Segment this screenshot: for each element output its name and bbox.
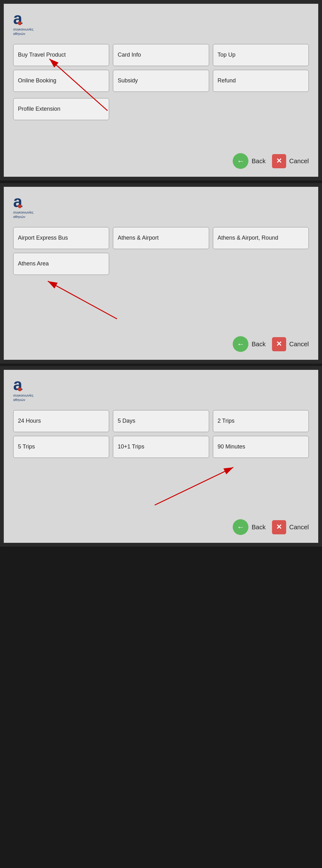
cancel-x-icon-2: ✕ (276, 340, 282, 348)
logo-text-2: συγκοινωνίες αθηνών (13, 210, 33, 219)
90min-button[interactable]: 90 Minutes (213, 436, 309, 458)
back-label-2: Back (252, 341, 265, 348)
back-label-3: Back (252, 524, 265, 531)
cancel-label-3: Cancel (289, 524, 309, 531)
bottom-nav-3: ← Back ✕ Cancel (13, 519, 309, 535)
buy-travel-button[interactable]: Buy Travel Product (13, 44, 109, 66)
logo-letter-3: a (13, 376, 22, 393)
cancel-button[interactable]: ✕ Cancel (272, 154, 309, 168)
back-button-3[interactable]: ← Back (233, 519, 265, 535)
screen-3-inner: a συγκοινωνίες αθηνών 24 Hours 5 Days 2 … (4, 370, 318, 543)
athens-area-button[interactable]: Athens Area (13, 253, 109, 275)
svg-line-5 (155, 467, 233, 505)
back-circle-2: ← (233, 336, 249, 352)
back-arrow-icon: ← (237, 157, 244, 165)
cancel-label: Cancel (289, 158, 309, 165)
screen-2: a συγκοινωνίες αθηνών Airport Express Bu… (0, 183, 322, 364)
screen-1-inner: a συγκοινωνίες αθηνών Buy Travel Product… (4, 4, 318, 177)
back-button-2[interactable]: ← Back (233, 336, 265, 352)
svg-line-3 (48, 281, 117, 319)
back-circle-3: ← (233, 519, 249, 535)
bottom-nav-2: ← Back ✕ Cancel (13, 336, 309, 352)
bottom-nav: ← Back ✕ Cancel (13, 153, 309, 169)
10plus1-button[interactable]: 10+1 Trips (113, 436, 209, 458)
logo-area: a συγκοινωνίες αθηνών (13, 10, 309, 36)
logo-letter: a (13, 10, 22, 26)
5days-button[interactable]: 5 Days (113, 410, 209, 432)
cancel-button-2[interactable]: ✕ Cancel (272, 337, 309, 351)
logo-letter-2: a (13, 193, 22, 210)
cancel-label-2: Cancel (289, 341, 309, 348)
back-label: Back (252, 158, 265, 165)
airport-express-button[interactable]: Airport Express Bus (13, 227, 109, 249)
screen-3: a συγκοινωνίες αθηνών 24 Hours 5 Days 2 … (0, 366, 322, 547)
2trips-button[interactable]: 2 Trips (213, 410, 309, 432)
cancel-square: ✕ (272, 154, 286, 168)
main-menu-grid: Buy Travel Product Card Info Top Up Onli… (13, 44, 309, 92)
back-circle: ← (233, 153, 249, 169)
cancel-x-icon: ✕ (276, 157, 282, 165)
cancel-square-2: ✕ (272, 337, 286, 351)
logo-text: συγκοινωνίες αθηνών (13, 27, 33, 36)
online-booking-button[interactable]: Online Booking (13, 70, 109, 92)
logo-text-3: συγκοινωνίες αθηνών (13, 393, 33, 402)
back-arrow-icon-2: ← (237, 340, 244, 348)
screen-2-inner: a συγκοινωνίες αθηνών Airport Express Bu… (4, 187, 318, 360)
cancel-square-3: ✕ (272, 520, 286, 534)
card-info-button[interactable]: Card Info (113, 44, 209, 66)
back-arrow-icon-3: ← (237, 523, 244, 531)
cancel-x-icon-3: ✕ (276, 523, 282, 531)
athens-airport-button[interactable]: Athens & Airport (113, 227, 209, 249)
subsidy-button[interactable]: Subsidy (113, 70, 209, 92)
logo-area-2: a συγκοινωνίες αθηνών (13, 193, 309, 219)
refund-button[interactable]: Refund (213, 70, 309, 92)
athens-airport-round-button[interactable]: Athens & Airport, Round (213, 227, 309, 249)
back-button[interactable]: ← Back (233, 153, 265, 169)
cancel-button-3[interactable]: ✕ Cancel (272, 520, 309, 534)
5trips-button[interactable]: 5 Trips (13, 436, 109, 458)
profile-extension-button[interactable]: Profile Extension (13, 98, 109, 120)
top-up-button[interactable]: Top Up (213, 44, 309, 66)
logo-area-3: a συγκοινωνίες αθηνών (13, 376, 309, 402)
screen-1: a συγκοινωνίες αθηνών Buy Travel Product… (0, 0, 322, 181)
24hours-button[interactable]: 24 Hours (13, 410, 109, 432)
